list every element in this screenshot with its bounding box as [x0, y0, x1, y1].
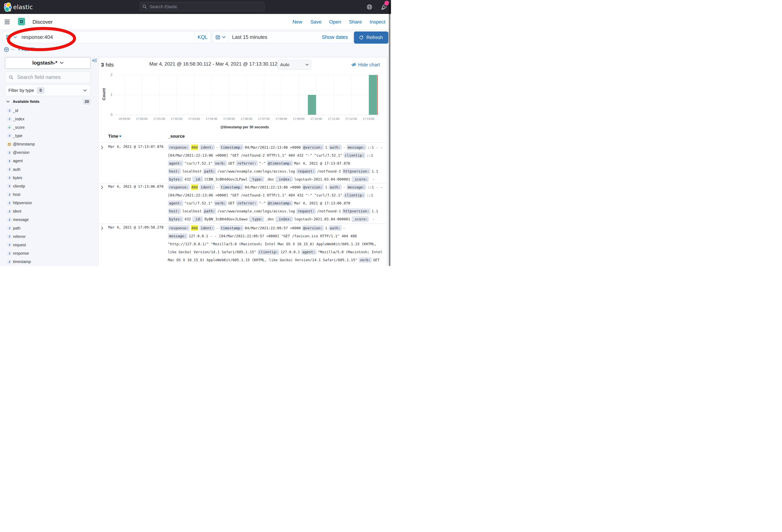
x-tick: 17:07:00 [258, 117, 270, 120]
field-value: GET [228, 201, 235, 205]
field-item-host[interactable]: thost [7, 192, 20, 197]
collapse-sidebar-icon[interactable] [92, 59, 97, 62]
string-field-icon: t [7, 243, 12, 247]
field-item-response[interactable]: tresponse [7, 251, 29, 256]
scrollbar-thumb[interactable] [389, 3, 391, 266]
string-field-icon: t [7, 260, 12, 264]
field-value: ::1 - - [367, 145, 383, 149]
column-header-time[interactable]: Time [108, 134, 122, 139]
field-item-timestamp[interactable]: ttimestamp [7, 259, 31, 264]
source-line: like Gecko) Version/14.1 Safari/605.1.15… [168, 248, 383, 256]
field-value: 127.0.0.1 [281, 250, 300, 254]
elastic-logo-icon[interactable] [4, 2, 12, 12]
field-name-badge: ident: [200, 145, 215, 150]
gridline-vertical [299, 75, 299, 115]
field-item-request[interactable]: trequest [7, 242, 26, 247]
show-dates-button[interactable]: Show dates [322, 34, 348, 40]
field-name-badge: httpversion: [342, 168, 370, 174]
field-item-@version[interactable]: t@version [7, 150, 30, 155]
help-icon[interactable] [367, 4, 372, 10]
field-item-@timestamp[interactable]: @timestamp [7, 142, 35, 147]
interval-select[interactable]: Auto [278, 60, 311, 70]
field-value: "Mozilla/5.0 (Macintosh; Intel [318, 250, 383, 254]
field-item-_index[interactable]: t_index [7, 117, 24, 121]
source-line: host:localhostpath:/var/www/example.com/… [168, 167, 378, 175]
field-item-path[interactable]: tpath [7, 226, 21, 231]
highlighted-match: 404 [191, 184, 198, 190]
x-tick: 17:08:00 [276, 117, 287, 120]
expand-row-icon[interactable] [101, 226, 103, 230]
brand-name: elastic [13, 0, 33, 14]
field-value: 04/Mar/2021:22:09:57 +0000 [245, 226, 301, 230]
field-name-badge: agent: [168, 160, 183, 166]
field-value: [04/Mar/2021:22:13:06 +0000] "GET /notfo… [168, 153, 342, 157]
query-language-button[interactable]: KQL [194, 32, 211, 43]
string-field-icon: t [7, 234, 12, 239]
available-fields-count-badge: 20 [83, 99, 91, 105]
field-name-badge: host: [168, 208, 181, 214]
refresh-icon [359, 35, 363, 39]
field-item-agent[interactable]: tagent [7, 159, 23, 163]
field-name-badge: path: [203, 168, 216, 174]
field-value: CCBN_3cB04dGovJLPawl [205, 177, 248, 181]
field-name-badge: ident: [200, 225, 215, 231]
sort-descending-icon[interactable] [119, 135, 122, 138]
global-search-input[interactable]: Search Elastic [140, 2, 264, 11]
expand-row-icon[interactable] [101, 146, 103, 150]
gridline-vertical [194, 75, 194, 115]
field-name-badge: path: [203, 208, 216, 214]
field-name-badge: host: [168, 168, 181, 174]
menu-icon[interactable] [5, 20, 10, 24]
string-field-icon: t [7, 159, 12, 163]
field-search-input[interactable]: Search field names [5, 72, 91, 83]
field-item-bytes[interactable]: tbytes [7, 175, 22, 180]
gridline-vertical [246, 75, 247, 115]
field-item-clientip[interactable]: tclientip [7, 184, 25, 189]
y-tick-1: 1 [107, 93, 112, 97]
field-value: /notfound-1 [317, 209, 341, 213]
date-quick-select-button[interactable] [213, 32, 228, 43]
field-item-_type[interactable]: t_type [7, 133, 23, 138]
notification-dot [384, 1, 389, 5]
histogram-bar[interactable] [369, 75, 377, 115]
field-item-_id[interactable]: t_id [7, 108, 18, 113]
available-fields-header[interactable]: Available fields 20 [5, 99, 91, 105]
expand-row-icon[interactable] [101, 185, 103, 189]
top-menu-new[interactable]: New [292, 14, 302, 30]
field-name-badge: @timestamp: [267, 200, 293, 206]
top-menu-inspect[interactable]: Inspect [370, 14, 385, 30]
top-menu-save[interactable]: Save [311, 14, 322, 30]
field-value: - [343, 185, 345, 189]
field-name-badge: auth: [329, 225, 342, 231]
x-tick: 17:04:00 [206, 117, 217, 120]
source-line: message:127.0.0.1 - - [04/Mar/2021:22:09… [168, 232, 357, 240]
index-pattern-select[interactable]: logstash-* [5, 57, 91, 69]
histogram-bar[interactable] [308, 95, 316, 115]
field-name-badge: request: [296, 208, 316, 214]
field-item-httpversion[interactable]: thttpversion [7, 201, 32, 205]
x-tick: 17:03:00 [188, 117, 200, 120]
field-value: Mar 4, 2021 @ 17:13:06.870 [294, 201, 350, 205]
string-field-icon: t [7, 201, 12, 205]
field-value: 04/Mar/2021:22:13:06 +0000 [245, 185, 301, 189]
time-range-value[interactable]: Last 15 minutes [232, 34, 322, 40]
field-item-referrer[interactable]: treferrer [7, 234, 26, 239]
field-value: 1 [325, 226, 327, 230]
field-name-badge: verb: [214, 200, 227, 206]
hide-chart-button[interactable]: Hide chart [351, 62, 380, 67]
top-menu-open[interactable]: Open [329, 14, 341, 30]
field-name-badge: timestamp: [219, 225, 244, 231]
column-header-source[interactable]: _source [168, 134, 185, 139]
filter-by-type-select[interactable]: Filter by type 0 [5, 85, 91, 96]
x-tick: 17:00:00 [136, 117, 147, 120]
field-item-auth[interactable]: tauth [7, 167, 21, 172]
top-menu-share[interactable]: Share [349, 14, 362, 30]
field-item-message[interactable]: tmessage [7, 217, 29, 222]
field-item-_score[interactable]: #_score [7, 125, 25, 130]
field-name-badge: _score: [352, 216, 369, 222]
field-item-ident[interactable]: tident [7, 209, 21, 214]
field-value: GET [373, 258, 380, 262]
type-filter-count-badge: 0 [37, 87, 44, 93]
field-name-badge: @timestamp: [267, 160, 293, 166]
refresh-button[interactable]: Refresh [354, 32, 388, 44]
